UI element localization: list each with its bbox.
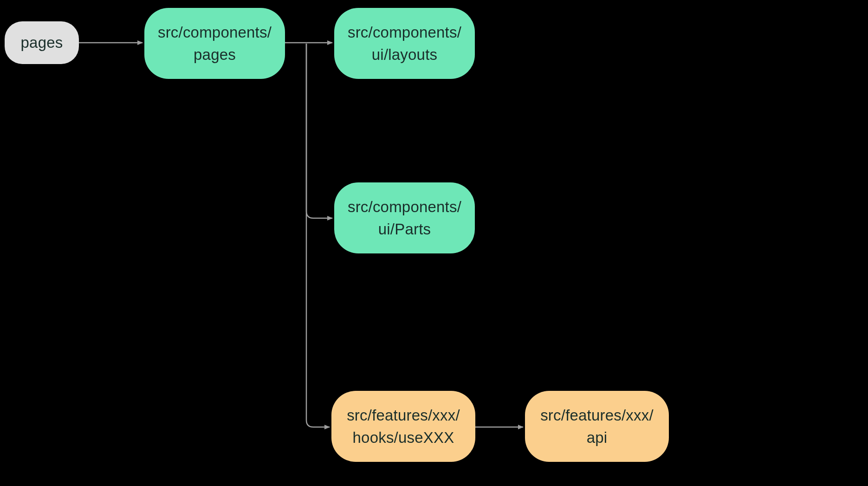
node-label: src/components/ui/Parts [348, 196, 461, 240]
node-features-hooks: src/features/xxx/hooks/useXXX [331, 391, 475, 462]
node-components-layouts: src/components/ui/layouts [334, 8, 475, 79]
node-label: src/components/ui/layouts [348, 21, 461, 66]
arrow-components-pages-to-hooks [306, 44, 330, 427]
node-components-pages: src/components/pages [144, 8, 285, 79]
node-label: src/features/xxx/api [540, 404, 654, 449]
node-label: pages [21, 32, 63, 54]
node-features-api: src/features/xxx/api [525, 391, 669, 462]
arrow-components-pages-to-parts [306, 44, 332, 218]
node-pages: pages [5, 21, 79, 64]
node-label: src/components/pages [158, 21, 272, 66]
dependency-diagram: pages src/components/pages src/component… [0, 0, 868, 486]
node-components-parts: src/components/ui/Parts [334, 182, 475, 253]
node-label: src/features/xxx/hooks/useXXX [347, 404, 460, 449]
